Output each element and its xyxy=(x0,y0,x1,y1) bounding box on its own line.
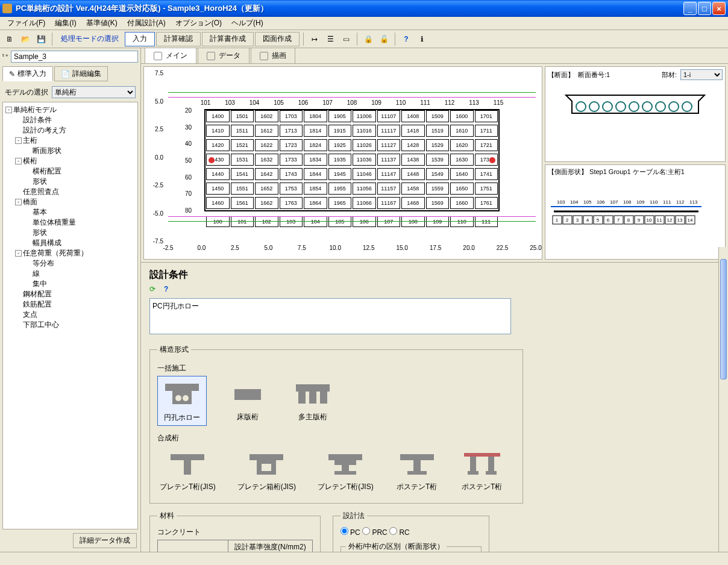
section-view: 【断面】 断面番号:1 部材: 1-i xyxy=(545,66,726,162)
rp-tab-data[interactable]: データ xyxy=(198,48,249,63)
svg-text:108: 108 xyxy=(623,199,632,205)
struct-item[interactable]: プレテン箱桁(JIS) xyxy=(235,446,298,495)
svg-text:12: 12 xyxy=(667,217,673,223)
svg-text:9: 9 xyxy=(638,217,641,223)
toolbar-ext3[interactable]: ▭ xyxy=(339,32,353,46)
vertical-scrollbar[interactable] xyxy=(718,247,728,552)
minimize-button[interactable]: _ xyxy=(683,2,697,15)
toolbar-unlock-icon[interactable]: 🔓 xyxy=(377,32,391,46)
app-icon xyxy=(2,4,12,13)
material-table: 設計基準強度(N/mm2) 主桁コンクリート30 床版コンクリート30 xyxy=(157,540,313,552)
svg-text:7: 7 xyxy=(617,217,620,223)
svg-text:3: 3 xyxy=(576,217,579,223)
svg-rect-51 xyxy=(172,391,192,404)
struct-item[interactable]: 円孔ホロー xyxy=(157,376,207,426)
side-view: 【側面形状】 Step1 Group1 ケーブル名:主桁1 1031041051… xyxy=(545,164,726,260)
form-help-icon[interactable] xyxy=(164,285,175,296)
draw-view-icon xyxy=(260,52,268,60)
mode-calc-check-button[interactable]: 計算確認 xyxy=(156,32,201,46)
svg-rect-50 xyxy=(165,384,199,391)
svg-rect-75 xyxy=(486,471,497,475)
menu-attached[interactable]: 付属設計(A) xyxy=(122,17,171,30)
save-file-button[interactable] xyxy=(34,32,48,46)
svg-point-1 xyxy=(589,102,599,111)
toolbar-info-button[interactable]: ℹ xyxy=(415,32,429,46)
svg-text:14: 14 xyxy=(688,217,693,223)
toolbar-ext2[interactable]: ☰ xyxy=(323,32,337,46)
tab-detail-edit[interactable]: 📄詳細編集 xyxy=(54,66,108,81)
model-select[interactable]: 単純桁 xyxy=(52,86,136,98)
close-button[interactable]: × xyxy=(712,2,726,15)
svg-text:6: 6 xyxy=(607,217,610,223)
right-panel: メイン データ 描画 -7.5-5.0-2.50.02.55.07.5 -2.5… xyxy=(141,48,728,552)
svg-rect-64 xyxy=(328,454,362,460)
help-button[interactable] xyxy=(399,32,413,46)
svg-point-53 xyxy=(183,395,189,401)
radio-pc[interactable]: PC xyxy=(340,528,360,537)
tab-standard-input[interactable]: ✎標準入力 xyxy=(2,66,53,81)
rp-tab-main[interactable]: メイン xyxy=(145,48,196,63)
svg-point-52 xyxy=(175,395,181,401)
svg-rect-57 xyxy=(309,392,316,404)
svg-text:10: 10 xyxy=(647,217,652,223)
svg-point-8 xyxy=(682,102,692,111)
svg-text:104: 104 xyxy=(570,199,579,205)
toolbar-ext1[interactable]: ↦ xyxy=(307,32,322,46)
menu-file[interactable]: ファイル(F) xyxy=(2,17,50,30)
tree-icon: ᵗ⁺ xyxy=(2,52,8,61)
svg-text:11: 11 xyxy=(657,217,662,223)
struct-item[interactable]: プレテンT桁(JIS) xyxy=(157,446,218,495)
open-file-button[interactable] xyxy=(18,32,33,46)
model-name-input[interactable] xyxy=(11,51,138,63)
svg-text:8: 8 xyxy=(627,217,630,223)
radio-prc[interactable]: PRC xyxy=(362,528,388,537)
description-textbox[interactable] xyxy=(149,298,511,334)
svg-rect-60 xyxy=(184,460,191,475)
menu-edit[interactable]: 編集(I) xyxy=(50,17,81,30)
struct-item[interactable]: ポステンT桁 xyxy=(393,446,441,495)
window-title: PC単純桁の設計 Ver.4(H24年道示対応版) - Sample3_Horo… xyxy=(16,3,683,14)
maximize-button[interactable]: □ xyxy=(698,2,711,15)
data-view-icon xyxy=(207,52,215,60)
svg-rect-67 xyxy=(334,471,356,475)
svg-text:110: 110 xyxy=(650,199,658,205)
main-view-icon xyxy=(154,52,162,60)
pencil-icon: ✎ xyxy=(9,70,15,78)
struct-item[interactable]: 多主版桁 xyxy=(289,376,337,426)
mode-input-button[interactable]: 入力 xyxy=(125,32,155,46)
svg-rect-56 xyxy=(298,392,306,404)
radio-rc[interactable]: RC xyxy=(389,528,410,537)
menu-bar: ファイル(F) 編集(I) 基準値(K) 付属設計(A) オプション(O) ヘル… xyxy=(0,17,728,30)
svg-text:103: 103 xyxy=(557,199,565,205)
toolbar-lock-icon[interactable]: 🔒 xyxy=(361,32,375,46)
svg-text:111: 111 xyxy=(663,199,671,205)
struct-item[interactable]: 床版桁 xyxy=(224,376,272,426)
svg-text:109: 109 xyxy=(636,199,645,205)
svg-rect-71 xyxy=(464,453,500,457)
svg-rect-74 xyxy=(468,471,479,475)
svg-text:1: 1 xyxy=(556,217,559,223)
rp-tab-draw[interactable]: 描画 xyxy=(251,48,295,63)
svg-text:4: 4 xyxy=(586,217,589,223)
svg-rect-73 xyxy=(488,457,494,471)
detail-data-button[interactable]: 詳細データ作成 xyxy=(73,533,137,548)
design-method-group: 設計法 PC PRC RC 外桁/中桁の区別（断面形状） 同じ 異なる xyxy=(333,511,489,552)
main-plan-view[interactable]: -7.5-5.0-2.50.02.55.07.5 -2.50.02.55.07.… xyxy=(143,66,542,260)
menu-option[interactable]: オプション(O) xyxy=(171,17,227,30)
mode-label: 処理モードの選択 xyxy=(56,34,124,44)
svg-point-2 xyxy=(603,102,612,111)
struct-item[interactable]: プレテンT桁(JIS) xyxy=(315,446,376,495)
new-file-button[interactable] xyxy=(2,32,17,46)
svg-text:106: 106 xyxy=(597,199,605,205)
mode-draw-button[interactable]: 図面作成 xyxy=(255,32,300,46)
refresh-icon[interactable]: ⟳ xyxy=(149,285,160,296)
svg-rect-61 xyxy=(249,454,283,460)
mode-report-button[interactable]: 計算書作成 xyxy=(202,32,254,46)
struct-item[interactable]: ポステンT桁 xyxy=(458,446,506,495)
menu-help[interactable]: ヘルプ(H) xyxy=(227,17,268,30)
menu-standard[interactable]: 基準値(K) xyxy=(81,17,122,30)
svg-point-7 xyxy=(669,102,679,111)
model-tree[interactable]: -単純桁モデル 設計条件 設計の考え方 -主桁 断面形状 -横桁 横桁配置 形状 xyxy=(2,102,138,529)
member-select[interactable]: 1-i xyxy=(680,69,723,80)
svg-rect-54 xyxy=(234,389,261,400)
